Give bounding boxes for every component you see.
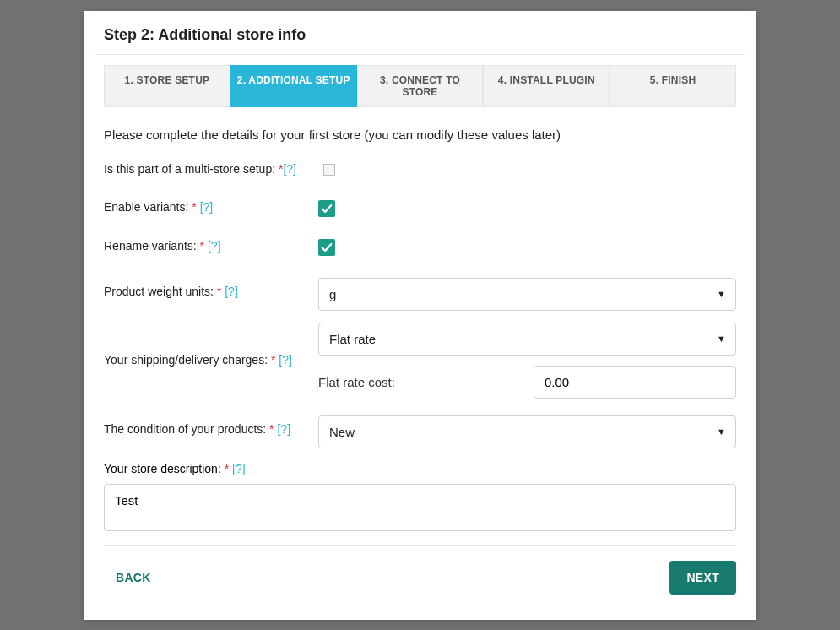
next-button[interactable]: NEXT	[669, 561, 736, 595]
help-icon[interactable]: [?]	[225, 285, 238, 298]
row-description-label: Your store description: * [?]	[104, 462, 736, 475]
check-icon	[321, 203, 333, 215]
label-shipping: Your shipping/delivery charges: * [?]	[104, 323, 318, 367]
check-icon	[321, 242, 333, 253]
rename-variants-checkbox[interactable]	[318, 239, 335, 256]
footer: BACK NEXT	[104, 561, 736, 600]
label-condition: The condition of your products: * [?]	[104, 415, 318, 436]
input-col	[318, 239, 736, 256]
shipping-type-select[interactable]: Flat rate	[318, 323, 736, 356]
wizard-panel: Step 2: Additional store info 1. STORE S…	[84, 11, 756, 620]
step-connect-to-store[interactable]: 3. CONNECT TO STORE	[357, 65, 484, 107]
input-col	[318, 200, 736, 217]
flat-rate-row: Flat rate cost:	[318, 366, 736, 399]
shipping-type-select-wrap: Flat rate ▼	[318, 323, 736, 356]
back-button[interactable]: BACK	[104, 562, 163, 593]
row-shipping: Your shipping/delivery charges: * [?] Fl…	[104, 323, 736, 399]
label-weight-units: Product weight units: * [?]	[104, 278, 318, 298]
step-store-setup[interactable]: 1. STORE SETUP	[104, 65, 230, 107]
label-rename-variants: Rename variants: * [?]	[104, 239, 318, 253]
help-icon[interactable]: [?]	[283, 162, 296, 176]
flat-rate-label: Flat rate cost:	[318, 375, 534, 389]
help-icon[interactable]: [?]	[232, 462, 246, 475]
input-col	[318, 162, 736, 178]
description-textarea[interactable]	[104, 484, 736, 531]
row-weight-units: Product weight units: * [?] g ▼	[104, 278, 736, 311]
input-col: Flat rate ▼ Flat rate cost:	[318, 323, 736, 399]
weight-units-select[interactable]: g	[318, 278, 736, 311]
row-multistore: Is this part of a multi-store setup: *[?…	[104, 162, 736, 178]
wizard-steps: 1. STORE SETUP 2. ADDITIONAL SETUP 3. CO…	[104, 65, 736, 107]
divider	[95, 54, 745, 55]
step-install-plugin[interactable]: 4. INSTALL PLUGIN	[483, 65, 610, 107]
flat-rate-input[interactable]	[534, 366, 736, 399]
input-col: g ▼	[318, 278, 736, 311]
label-enable-variants: Enable variants: * [?]	[104, 200, 318, 214]
row-rename-variants: Rename variants: * [?]	[104, 239, 736, 256]
page-title: Step 2: Additional store info	[104, 26, 736, 44]
help-icon[interactable]: [?]	[200, 200, 214, 214]
panel-body: 1. STORE SETUP 2. ADDITIONAL SETUP 3. CO…	[84, 65, 756, 620]
intro-text: Please complete the details for your fir…	[104, 128, 736, 142]
step-finish[interactable]: 5. FINISH	[610, 65, 736, 107]
step-additional-setup[interactable]: 2. ADDITIONAL SETUP	[230, 65, 357, 107]
help-icon[interactable]: [?]	[279, 353, 292, 367]
enable-variants-checkbox[interactable]	[318, 200, 335, 217]
weight-units-select-wrap: g ▼	[318, 278, 736, 311]
help-icon[interactable]: [?]	[277, 422, 290, 436]
help-icon[interactable]: [?]	[208, 239, 221, 253]
row-enable-variants: Enable variants: * [?]	[104, 200, 736, 217]
label-multistore: Is this part of a multi-store setup: *[?…	[104, 162, 318, 176]
footer-divider	[104, 545, 736, 546]
input-col: New ▼	[318, 415, 736, 448]
panel-header: Step 2: Additional store info	[84, 11, 756, 54]
multistore-checkbox[interactable]	[323, 164, 335, 176]
condition-select-wrap: New ▼	[318, 415, 736, 448]
row-condition: The condition of your products: * [?] Ne…	[104, 415, 736, 448]
condition-select[interactable]: New	[318, 415, 736, 448]
